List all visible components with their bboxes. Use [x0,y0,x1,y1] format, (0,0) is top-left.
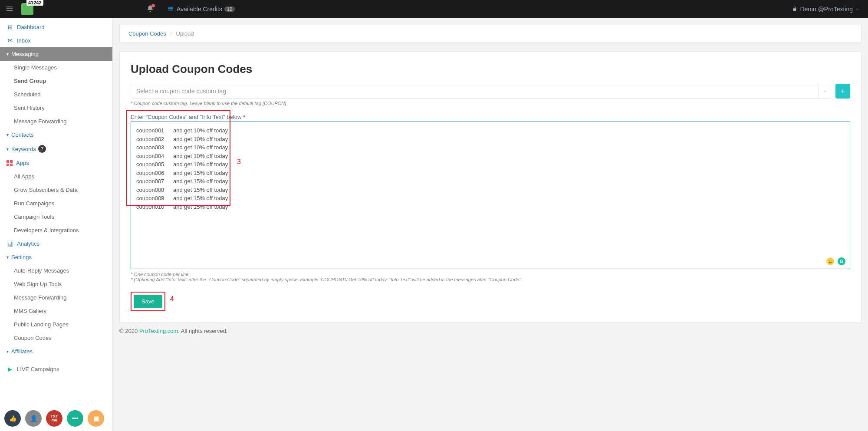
tag-select[interactable]: Select a coupon code custom tag [131,84,831,99]
caret-down-icon: ▾ [7,147,9,151]
sidebar-item-analytics[interactable]: 📊Analytics [0,237,112,250]
sidebar-item-message-forwarding[interactable]: Message Forwarding [0,115,112,128]
caret-down-icon [855,7,859,11]
caret-down-icon: ▾ [7,52,9,56]
save-button[interactable]: Save [134,295,162,308]
sidebar-item-coupon-codes[interactable]: Coupon Codes [0,331,112,345]
sidebar-item-live-campaigns[interactable]: ▶LIVE Campaigns [0,362,112,376]
breadcrumb-parent[interactable]: Coupon Codes [128,30,166,37]
coupon-code-row: coupon003and get 10% off today [136,143,845,152]
tag-select-caret[interactable] [819,84,831,99]
list-icon[interactable]: ▦ [88,410,104,427]
coupon-code-row: coupon005and get 10% off today [136,160,845,169]
footer-link[interactable]: ProTexting.com [139,328,178,334]
sidebar-item-web-signup[interactable]: Web Sign Up Tools [0,277,112,291]
sidebar-item-settings[interactable]: ▾Settings [0,250,112,264]
notification-dot [151,4,155,7]
notifications-icon[interactable] [146,5,154,14]
thumbs-up-icon[interactable]: 👍 [4,410,21,427]
sidebar-item-run-campaigns[interactable]: Run Campaigns [0,197,112,210]
coupon-code-row: coupon004and get 10% off today [136,152,845,161]
coupon-code-row: coupon010and get 15% off today [136,203,845,211]
logo-badge: 41242 [26,0,43,6]
sidebar-item-single-messages[interactable]: Single Messages [0,61,112,74]
topbar: 41242 Available Credits 12 Demo @ProText… [0,0,868,18]
tag-help-text: * Coupon code custom tag. Leave blank to… [131,101,850,106]
dashboard-icon: ⊞ [7,24,13,30]
sidebar-item-developers[interactable]: Developers & Integrations [0,224,112,237]
sidebar-item-send-group[interactable]: Send Group [0,74,112,88]
caret-down-icon [823,89,827,93]
help-text-2: * (Optional) Add "Info Text" after the "… [131,277,850,282]
hamburger-menu[interactable] [0,0,19,19]
annotation-3: 3 [237,158,241,166]
sidebar-item-grow-subscribers[interactable]: Grow Subscribers & Data [0,183,112,197]
add-tag-button[interactable] [835,84,850,99]
coupon-code-row: coupon009and get 15% off today [136,194,845,203]
coupon-code-row: coupon002and get 10% off today [136,135,845,144]
sidebar-item-contacts[interactable]: ▾Contacts [0,128,112,141]
help-text-1: * One coupon code per line [131,272,850,277]
plus-icon [840,88,846,94]
sidebar: ⊞Dashboard ✉Inbox ▾Messaging Single Mess… [0,18,113,431]
user-label: Demo @ProTexting [800,6,853,13]
user-menu[interactable]: Demo @ProTexting [792,6,859,13]
coupon-codes-textarea[interactable]: coupon001and get 10% off todaycoupon002a… [131,122,850,269]
footer: © 2020 ProTexting.com. All rights reserv… [119,322,861,339]
credits-label: Available Credits [177,6,222,13]
credits-link[interactable]: Available Credits 12 [167,6,235,13]
sidebar-item-messaging[interactable]: ▾Messaging [0,47,112,61]
sidebar-item-auto-reply[interactable]: Auto-Reply Messages [0,264,112,277]
lock-icon [792,6,798,12]
coupon-code-row: coupon006and get 15% off today [136,169,845,178]
tasks-icon[interactable]: ••• [67,410,83,427]
inbox-icon: ✉ [7,37,13,44]
coupon-code-row: coupon008and get 15% off today [136,186,845,194]
tag-select-input[interactable]: Select a coupon code custom tag [131,84,819,99]
sidebar-item-affiliates[interactable]: ▾Affiliates [0,345,112,358]
coupon-code-row: coupon001and get 10% off today [136,126,845,135]
emoji-picker-icon[interactable]: 😐 [826,257,834,265]
sidebar-item-mms-gallery[interactable]: MMS Gallery [0,304,112,318]
main-content: Coupon Codes / Upload Upload Coupon Code… [113,18,868,431]
sidebar-item-dashboard[interactable]: ⊞Dashboard [0,20,112,34]
annotation-4: 4 [170,295,174,303]
bottom-icon-bar: 👍 👤 TXTme ••• ▦ [4,410,104,427]
contact-icon[interactable]: 👤 [25,410,42,427]
txtme-icon[interactable]: TXTme [46,410,62,427]
sidebar-item-campaign-tools[interactable]: Campaign Tools [0,210,112,224]
grammarly-icon[interactable]: G [838,257,845,265]
play-icon: ▶ [7,366,13,372]
apps-icon [7,160,13,166]
caret-down-icon: ▾ [7,349,9,354]
sidebar-item-keywords[interactable]: ▾Keywords7 [0,141,112,156]
sidebar-item-msg-forwarding-settings[interactable]: Message Forwarding [0,291,112,304]
sidebar-item-apps[interactable]: Apps [0,156,112,170]
logo[interactable]: 41242 [21,3,33,15]
caret-down-icon: ▾ [7,255,9,260]
sidebar-item-sent-history[interactable]: Sent History [0,101,112,115]
sidebar-item-landing-pages[interactable]: Public Landing Pages [0,318,112,331]
coupon-code-row: coupon007and get 15% off today [136,177,845,186]
save-button-highlight: Save [131,292,165,311]
sidebar-item-all-apps[interactable]: All Apps [0,170,112,183]
analytics-icon: 📊 [7,240,13,247]
sidebar-item-inbox[interactable]: ✉Inbox [0,34,112,47]
textarea-label: Enter "Coupon Codes" and "Info Text" bel… [131,112,850,122]
credits-count: 12 [224,7,235,12]
keywords-badge: 7 [38,145,46,153]
sidebar-item-scheduled[interactable]: Scheduled [0,88,112,101]
page-title: Upload Coupon Codes [131,63,850,76]
breadcrumb: Coupon Codes / Upload [119,25,861,43]
caret-down-icon: ▾ [7,132,9,137]
breadcrumb-current: Upload [176,30,194,37]
upload-panel: Upload Coupon Codes Select a coupon code… [119,51,861,322]
